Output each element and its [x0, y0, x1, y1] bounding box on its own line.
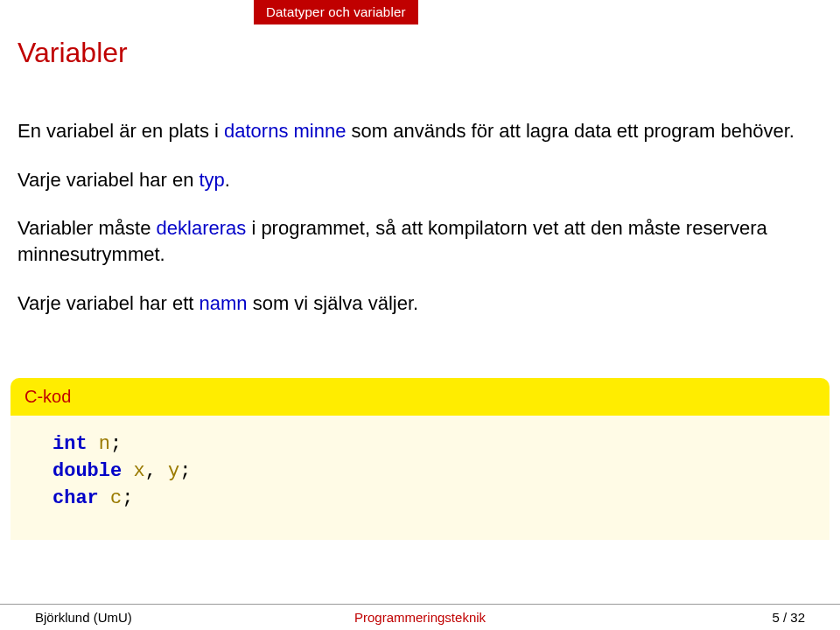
var-x: x	[133, 460, 144, 482]
paragraph-4: Varje variabel har ett namn som vi själv…	[18, 290, 822, 317]
text: Varje variabel har en	[18, 169, 200, 191]
term-type: typ	[200, 169, 225, 191]
paragraph-2: Varje variabel har en typ.	[18, 167, 822, 193]
keyword-double: double	[52, 460, 122, 482]
text: som används för att lagra data ett progr…	[346, 120, 794, 142]
paragraph-3: Variabler måste deklareras i programmet,…	[18, 215, 822, 267]
keyword-char: char	[52, 487, 99, 509]
semicolon: ;	[110, 433, 122, 455]
term-declared: deklareras	[157, 217, 247, 239]
var-y: y	[168, 460, 179, 482]
text: En variabel är en plats i	[18, 120, 224, 142]
code-box-body: int n; double x, y; char c;	[10, 416, 830, 519]
footer-course: Programmeringsteknik	[354, 610, 486, 625]
code-line-3: char c;	[52, 486, 788, 513]
footer-author: Björklund (UmU)	[35, 610, 132, 625]
section-tab: Datatyper och variabler	[254, 0, 418, 24]
semicolon: ;	[179, 460, 191, 482]
text: Varje variabel har ett	[18, 292, 199, 314]
text: Variabler måste	[18, 217, 157, 239]
code-box: C-kod int n; double x, y; char c;	[10, 378, 830, 540]
code-line-1: int n;	[52, 431, 788, 458]
footer: Björklund (UmU) Programmeringsteknik 5 /…	[0, 604, 840, 630]
slide: Datatyper och variabler Variabler En var…	[0, 0, 840, 630]
keyword-int: int	[52, 433, 88, 455]
semicolon: ;	[122, 487, 133, 509]
footer-page: 5 / 32	[772, 610, 805, 625]
var-c: c	[110, 487, 122, 509]
var-n: n	[99, 433, 110, 455]
term-name: namn	[199, 292, 247, 314]
term-memory: datorns minne	[224, 120, 346, 142]
section-tab-row: Datatyper och variabler	[0, 0, 840, 28]
code-line-2: double x, y;	[52, 458, 788, 486]
paragraph-1: En variabel är en plats i datorns minne …	[18, 118, 822, 144]
code-box-title: C-kod	[10, 378, 830, 416]
slide-body: En variabel är en plats i datorns minne …	[18, 118, 822, 339]
text: som vi själva väljer.	[248, 292, 419, 314]
comma: ,	[145, 460, 157, 482]
slide-title: Variabler	[18, 37, 128, 69]
text: .	[225, 169, 230, 191]
